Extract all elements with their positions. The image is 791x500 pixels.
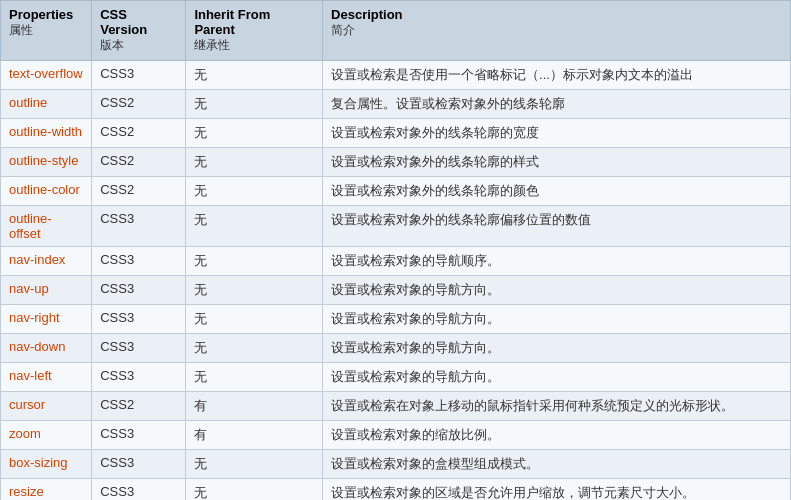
inherit-value: 无 [186, 119, 323, 148]
inherit-value: 无 [186, 206, 323, 247]
description-text: 设置或检索对象外的线条轮廓的颜色 [323, 177, 791, 206]
inherit-value: 无 [186, 450, 323, 479]
property-name[interactable]: resize [1, 479, 92, 501]
css-properties-table: Properties 属性 CSS Version 版本 Inherit Fro… [0, 0, 791, 500]
property-name[interactable]: outline-color [1, 177, 92, 206]
table-row: nav-rightCSS3无设置或检索对象的导航方向。 [1, 305, 791, 334]
table-row: nav-downCSS3无设置或检索对象的导航方向。 [1, 334, 791, 363]
table-row: nav-leftCSS3无设置或检索对象的导航方向。 [1, 363, 791, 392]
css-version: CSS3 [92, 305, 186, 334]
header-version: CSS Version 版本 [92, 1, 186, 61]
css-version: CSS2 [92, 148, 186, 177]
table-header-row: Properties 属性 CSS Version 版本 Inherit Fro… [1, 1, 791, 61]
css-version: CSS2 [92, 392, 186, 421]
inherit-value: 无 [186, 148, 323, 177]
description-text: 设置或检索对象的导航方向。 [323, 363, 791, 392]
css-version: CSS3 [92, 206, 186, 247]
description-text: 设置或检索对象外的线条轮廓的样式 [323, 148, 791, 177]
inherit-value: 无 [186, 305, 323, 334]
property-name[interactable]: outline-offset [1, 206, 92, 247]
table-row: nav-indexCSS3无设置或检索对象的导航顺序。 [1, 247, 791, 276]
inherit-value: 无 [186, 247, 323, 276]
inherit-value: 有 [186, 421, 323, 450]
table-row: outline-styleCSS2无设置或检索对象外的线条轮廓的样式 [1, 148, 791, 177]
description-text: 设置或检索在对象上移动的鼠标指针采用何种系统预定义的光标形状。 [323, 392, 791, 421]
css-version: CSS3 [92, 276, 186, 305]
description-text: 设置或检索对象的区域是否允许用户缩放，调节元素尺寸大小。 [323, 479, 791, 501]
description-text: 设置或检索对象的导航方向。 [323, 334, 791, 363]
inherit-value: 有 [186, 392, 323, 421]
header-inherit: Inherit From Parent 继承性 [186, 1, 323, 61]
css-version: CSS3 [92, 334, 186, 363]
inherit-value: 无 [186, 90, 323, 119]
css-version: CSS3 [92, 247, 186, 276]
property-name[interactable]: text-overflow [1, 61, 92, 90]
css-version: CSS3 [92, 421, 186, 450]
property-name[interactable]: box-sizing [1, 450, 92, 479]
table-row: outline-widthCSS2无设置或检索对象外的线条轮廓的宽度 [1, 119, 791, 148]
inherit-value: 无 [186, 61, 323, 90]
table-row: outline-colorCSS2无设置或检索对象外的线条轮廓的颜色 [1, 177, 791, 206]
header-description: Description 简介 [323, 1, 791, 61]
inherit-value: 无 [186, 479, 323, 501]
property-name[interactable]: zoom [1, 421, 92, 450]
table-row: cursorCSS2有设置或检索在对象上移动的鼠标指针采用何种系统预定义的光标形… [1, 392, 791, 421]
property-name[interactable]: outline-style [1, 148, 92, 177]
property-name[interactable]: nav-right [1, 305, 92, 334]
css-version: CSS3 [92, 450, 186, 479]
inherit-value: 无 [186, 177, 323, 206]
css-version: CSS2 [92, 119, 186, 148]
css-version: CSS3 [92, 479, 186, 501]
css-version: CSS3 [92, 363, 186, 392]
property-name[interactable]: outline-width [1, 119, 92, 148]
table-row: resizeCSS3无设置或检索对象的区域是否允许用户缩放，调节元素尺寸大小。 [1, 479, 791, 501]
inherit-value: 无 [186, 334, 323, 363]
description-text: 设置或检索对象的导航顺序。 [323, 247, 791, 276]
property-name[interactable]: cursor [1, 392, 92, 421]
description-text: 设置或检索对象的导航方向。 [323, 276, 791, 305]
description-text: 设置或检索对象外的线条轮廓的宽度 [323, 119, 791, 148]
property-name[interactable]: nav-index [1, 247, 92, 276]
inherit-value: 无 [186, 363, 323, 392]
css-version: CSS2 [92, 90, 186, 119]
css-version: CSS2 [92, 177, 186, 206]
description-text: 设置或检索对象的盒模型组成模式。 [323, 450, 791, 479]
inherit-value: 无 [186, 276, 323, 305]
description-text: 设置或检索对象的缩放比例。 [323, 421, 791, 450]
table-row: text-overflowCSS3无设置或检索是否使用一个省略标记（...）标示… [1, 61, 791, 90]
table-row: nav-upCSS3无设置或检索对象的导航方向。 [1, 276, 791, 305]
table-row: outline-offsetCSS3无设置或检索对象外的线条轮廓偏移位置的数值 [1, 206, 791, 247]
header-property: Properties 属性 [1, 1, 92, 61]
description-text: 复合属性。设置或检索对象外的线条轮廓 [323, 90, 791, 119]
description-text: 设置或检索是否使用一个省略标记（...）标示对象内文本的溢出 [323, 61, 791, 90]
property-name[interactable]: outline [1, 90, 92, 119]
description-text: 设置或检索对象的导航方向。 [323, 305, 791, 334]
table-row: outlineCSS2无复合属性。设置或检索对象外的线条轮廓 [1, 90, 791, 119]
property-name[interactable]: nav-down [1, 334, 92, 363]
css-version: CSS3 [92, 61, 186, 90]
property-name[interactable]: nav-left [1, 363, 92, 392]
table-row: zoomCSS3有设置或检索对象的缩放比例。 [1, 421, 791, 450]
description-text: 设置或检索对象外的线条轮廓偏移位置的数值 [323, 206, 791, 247]
property-name[interactable]: nav-up [1, 276, 92, 305]
table-row: box-sizingCSS3无设置或检索对象的盒模型组成模式。 [1, 450, 791, 479]
